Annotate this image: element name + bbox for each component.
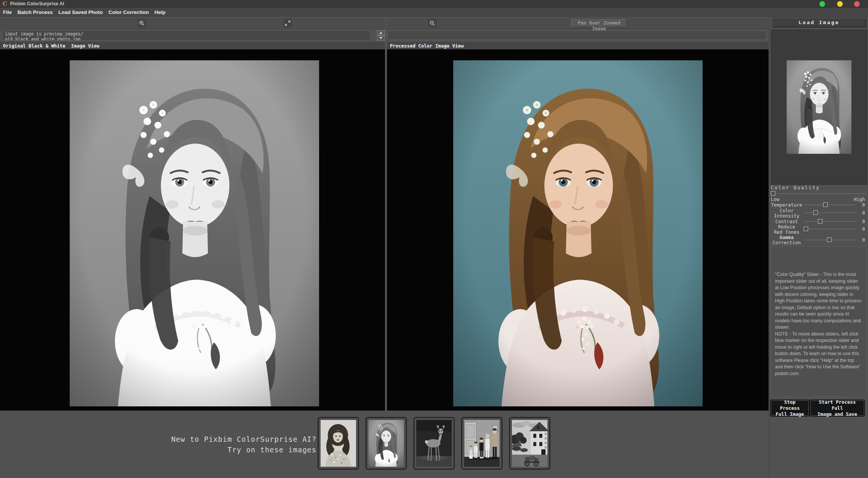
contrast-label: Contrast — [769, 219, 804, 224]
input-image-info-line2: old black and white photo.jpg — [5, 37, 368, 41]
menu-batch-process[interactable]: Batch Process — [17, 9, 53, 15]
stop-process-button[interactable]: Stop Process Full Image — [771, 400, 809, 416]
spinner-up-button[interactable] — [377, 30, 385, 35]
menu-help[interactable]: Help — [154, 9, 165, 15]
promo-line2: Try on these images — [90, 444, 316, 455]
menu-color-correction[interactable]: Color Correction — [108, 9, 149, 15]
gamma-correction-value: 0 — [856, 237, 865, 243]
bottom-strip: New to Pixbim ColorSurprise AI? Try on t… — [0, 411, 769, 478]
deer-art — [416, 420, 452, 467]
diagonal-arrows-icon — [284, 20, 291, 26]
color-intensity-label-line2: Intensity — [769, 213, 804, 219]
reduce-red-tones-slider-handle[interactable] — [804, 227, 808, 231]
left-panel-toolbar — [0, 17, 385, 29]
zoom-value-field[interactable] — [387, 31, 766, 40]
triangle-down-icon — [379, 37, 382, 39]
contrast-value: 0 — [856, 219, 865, 224]
family-group-art — [464, 420, 500, 467]
vintage-girl-art — [368, 420, 404, 467]
help-text-panel: "Color Quality" Slider - This is the mos… — [771, 246, 866, 397]
color-quality-slider-track[interactable] — [771, 193, 866, 194]
loaded-image-preview-panel — [771, 29, 867, 185]
magnifier-plus-icon — [139, 20, 145, 26]
menu-file[interactable]: File — [3, 9, 12, 15]
loaded-image-thumbnail — [787, 60, 851, 154]
sample-image-strip — [318, 417, 550, 470]
right-panel-toolbar: Pan Over Zoomed Image — [387, 17, 769, 29]
start-process-button[interactable]: Start Process Full Image and Save — [810, 400, 864, 416]
right-panel-header: Processed Color Image View — [387, 42, 769, 49]
original-image-view[interactable] — [0, 49, 385, 411]
window-button-red[interactable] — [854, 1, 860, 7]
triangle-up-icon — [379, 32, 382, 34]
color-quality-heading: Color Quality — [771, 185, 820, 190]
left-panel-header: Original Black & White Image View — [0, 42, 385, 49]
input-image-info: input image is preview_images/ old black… — [2, 30, 371, 41]
menu-bar: File Batch Process Load Saved Photo Colo… — [0, 8, 868, 17]
sample-thumbnail-family[interactable] — [461, 417, 503, 470]
window-button-green[interactable] — [819, 1, 825, 7]
temperature-slider-track[interactable] — [805, 205, 856, 205]
left-panel-header-label: Original Black & White Image View — [3, 43, 99, 49]
sample-thumbnail-deer[interactable] — [413, 417, 455, 470]
window-button-yellow[interactable] — [837, 1, 843, 7]
contrast-slider-track[interactable] — [805, 221, 856, 222]
color-intensity-slider-handle[interactable] — [813, 210, 818, 215]
promo-line1: New to Pixbim ColorSurprise AI? — [90, 434, 316, 444]
sample-thumbnail-farmhouse[interactable] — [509, 417, 550, 470]
sample-thumbnail-girl[interactable] — [365, 417, 407, 470]
spinner-down-button[interactable] — [377, 35, 385, 41]
gamma-correction-label-line2: Correction — [769, 240, 804, 245]
color-intensity-value: 0 — [856, 210, 865, 216]
app-window: { "title_bar": { "logo_glyph": "C", "tit… — [0, 0, 868, 478]
processed-image-view[interactable] — [387, 49, 769, 411]
original-bw-photo — [70, 60, 319, 406]
temperature-value: 0 — [856, 202, 865, 208]
magnifier-minus-icon — [429, 20, 436, 26]
processed-color-photo — [453, 60, 703, 406]
menu-load-saved-photo[interactable]: Load Saved Photo — [58, 9, 103, 15]
sidebar-separator — [769, 17, 769, 478]
right-panel-header-label: Processed Color Image View — [390, 43, 464, 49]
contrast-slider-handle[interactable] — [818, 219, 822, 224]
low-label: Low — [771, 196, 779, 202]
load-image-button[interactable]: Load Image — [772, 17, 866, 28]
high-label: High — [850, 196, 865, 202]
temperature-label: Temperature — [769, 202, 804, 208]
zoom-spinner — [377, 30, 385, 41]
color-intensity-label-line1: Color — [769, 208, 804, 213]
input-image-info-line1: input image is preview_images/ — [5, 31, 368, 37]
color-quality-slider-handle[interactable] — [771, 191, 775, 196]
sample-thumbnail-woman[interactable] — [318, 417, 359, 470]
window-title: Pixbim ColorSurprise AI — [10, 1, 64, 6]
reduce-red-tones-slider-track[interactable] — [805, 229, 856, 229]
app-logo-icon: C — [3, 0, 7, 7]
pan-over-zoomed-image-button[interactable]: Pan Over Zoomed Image — [571, 19, 627, 28]
reduce-red-tones-value: 0 — [856, 226, 865, 232]
reduce-red-tones-label-line2: Red Tones — [769, 229, 804, 235]
promo-text: New to Pixbim ColorSurprise AI? Try on t… — [90, 434, 316, 455]
fit-expand-button[interactable] — [284, 19, 292, 27]
zoom-out-button[interactable] — [428, 19, 436, 27]
vintage-woman-art — [321, 420, 356, 467]
temperature-slider-handle[interactable] — [823, 202, 828, 207]
color-intensity-slider-track[interactable] — [805, 213, 856, 213]
help-text: "Color Quality" Slider - This is the mos… — [775, 271, 863, 377]
farmhouse-art — [512, 420, 547, 467]
reduce-red-tones-label-line1: Reduce — [769, 224, 804, 230]
title-bar: C Pixbim ColorSurprise AI — [0, 0, 868, 8]
zoom-in-button[interactable] — [138, 19, 146, 27]
gamma-correction-label-line1: Gamma — [769, 234, 804, 240]
gamma-correction-slider-handle[interactable] — [827, 237, 831, 242]
